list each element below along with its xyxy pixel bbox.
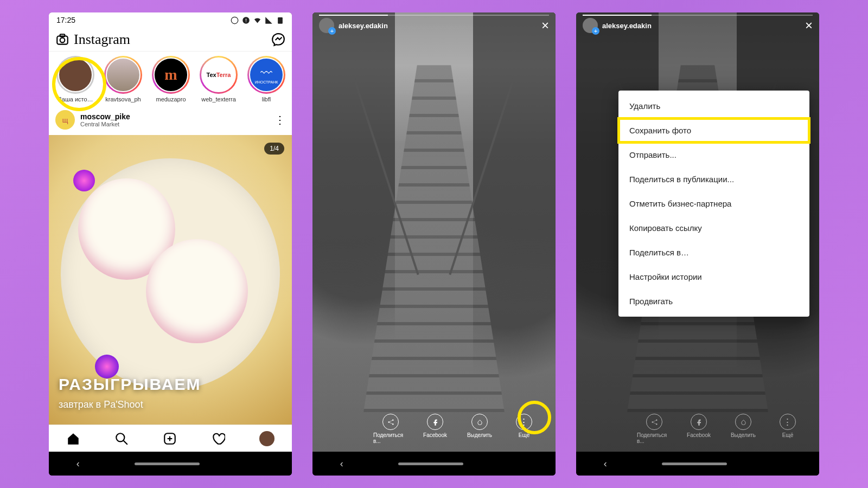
facebook-button[interactable]: Facebook <box>681 414 716 444</box>
svg-point-15 <box>656 423 658 425</box>
story-item[interactable]: kravtsova_ph <box>103 56 143 102</box>
android-nav: ‹ <box>312 452 556 476</box>
activity-icon[interactable] <box>211 432 225 446</box>
instagram-logo: Instagram <box>74 31 130 48</box>
carousel-counter: 1/4 <box>264 143 284 155</box>
svg-point-11 <box>392 419 394 421</box>
story-item[interactable]: m meduzapro <box>151 56 191 102</box>
status-bar: 17:25 <box>49 12 292 28</box>
menu-item[interactable]: Отправить... <box>618 143 809 167</box>
highlight-button[interactable]: Выделить <box>726 414 761 444</box>
menu-item[interactable]: Копировать ссылку <box>618 216 809 240</box>
story-progress <box>319 15 549 16</box>
plus-icon: + <box>592 27 599 35</box>
menu-item[interactable]: Настройки истории <box>618 265 809 289</box>
story-item[interactable]: TexTerra web_texterra <box>199 56 239 102</box>
story-avatar[interactable]: + <box>319 18 334 33</box>
home-pill[interactable] <box>135 463 200 465</box>
messenger-icon[interactable] <box>271 33 285 47</box>
android-nav: ‹ <box>49 452 292 476</box>
highlight-button[interactable]: Выделить <box>462 414 497 444</box>
plus-icon: + <box>328 27 336 35</box>
status-icons <box>231 16 284 24</box>
svg-point-3 <box>60 37 65 42</box>
menu-item[interactable]: Поделиться в… <box>618 240 809 265</box>
story-username[interactable]: aleksey.edakin <box>602 22 652 30</box>
story-username[interactable]: aleksey.edakin <box>339 22 388 30</box>
story-item[interactable]: 〰ИНОСТРАНК libfl <box>246 56 286 102</box>
svg-point-12 <box>392 423 394 425</box>
post-more-icon[interactable]: ⋮ <box>275 113 285 126</box>
post-caption-sub: завтрак в Pa'Shoot <box>59 399 201 410</box>
story-actions: Поделиться в... Facebook Выделить ⋮Ещё <box>576 414 819 444</box>
svg-line-6 <box>123 440 127 445</box>
app-header: Instagram <box>49 28 292 52</box>
facebook-button[interactable]: Facebook <box>418 414 452 444</box>
menu-item[interactable]: Сохранить фото <box>618 118 809 143</box>
wifi-icon <box>253 16 261 24</box>
story-progress <box>583 15 813 16</box>
share-button[interactable]: Поделиться в... <box>637 414 672 444</box>
menu-item[interactable]: Поделиться в публикации... <box>618 167 809 191</box>
status-time: 17:25 <box>56 16 75 24</box>
home-icon[interactable] <box>66 432 80 446</box>
tutorial-highlight <box>518 401 551 434</box>
story-viewer[interactable]: + aleksey.edakin × Поделиться в... Faceb… <box>312 12 556 452</box>
share-button[interactable]: Поделиться в... <box>373 414 408 444</box>
story-viewer[interactable]: + aleksey.edakin × Поделиться в... Faceb… <box>576 12 819 452</box>
menu-item[interactable]: Продвигать <box>618 289 809 313</box>
phone-feed: 17:25 Instagram Ваша исто… kravtsova_ <box>49 12 292 476</box>
camera-icon[interactable] <box>55 33 69 47</box>
tutorial-highlight <box>52 57 106 111</box>
back-icon[interactable]: ‹ <box>604 458 607 470</box>
dnd-icon <box>242 16 250 24</box>
svg-point-14 <box>656 419 658 421</box>
signal-icon <box>265 16 273 24</box>
phone-story-menu: + aleksey.edakin × Поделиться в... Faceb… <box>576 12 819 476</box>
story-header: + aleksey.edakin × <box>319 18 549 33</box>
post-location[interactable]: Central Market <box>80 121 130 127</box>
menu-item[interactable]: Отметить бизнес-партнера <box>618 191 809 216</box>
svg-point-0 <box>231 17 238 24</box>
post-image[interactable]: 1/4 РАЗЫГРЫВАЕМ завтрак в Pa'Shoot <box>49 135 292 425</box>
svg-point-10 <box>388 421 390 423</box>
back-icon[interactable]: ‹ <box>340 458 343 470</box>
home-pill[interactable] <box>398 463 463 465</box>
notif-icon <box>231 16 239 24</box>
back-icon[interactable]: ‹ <box>76 458 80 470</box>
close-icon[interactable]: × <box>805 18 813 33</box>
post-caption-title: РАЗЫГРЫВАЕМ <box>59 375 201 394</box>
profile-icon[interactable] <box>259 431 275 446</box>
search-icon[interactable] <box>114 432 129 446</box>
menu-item[interactable]: Удалить <box>618 94 809 118</box>
phone-story: + aleksey.edakin × Поделиться в... Faceb… <box>312 12 556 476</box>
svg-rect-1 <box>278 17 283 23</box>
more-button[interactable]: ⋮Ещё <box>770 414 805 444</box>
svg-point-13 <box>652 421 653 423</box>
new-post-icon[interactable] <box>163 432 177 446</box>
story-more-menu: УдалитьСохранить фотоОтправить...Поделит… <box>618 91 809 317</box>
bottom-nav <box>49 425 292 452</box>
post-username[interactable]: moscow_pike <box>80 112 130 121</box>
svg-point-5 <box>116 433 124 441</box>
android-nav: ‹ <box>576 452 819 476</box>
close-icon[interactable]: × <box>541 18 549 33</box>
home-pill[interactable] <box>662 463 727 465</box>
story-header: + aleksey.edakin × <box>583 18 813 33</box>
story-avatar[interactable]: + <box>583 18 598 33</box>
post-avatar[interactable]: щ <box>55 110 75 130</box>
battery-icon <box>276 16 284 24</box>
